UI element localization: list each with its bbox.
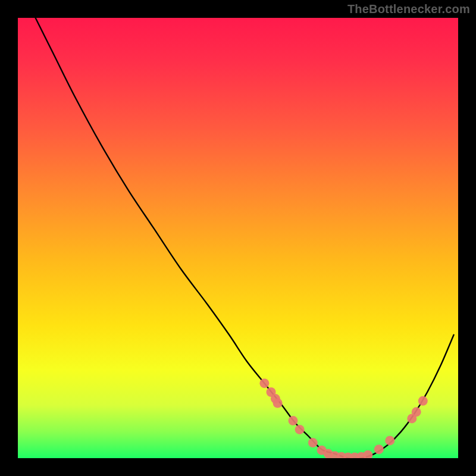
chart-frame: TheBottlenecker.com [0, 0, 476, 476]
watermark-text: TheBottlenecker.com [347, 2, 470, 16]
plot-area [18, 18, 458, 458]
